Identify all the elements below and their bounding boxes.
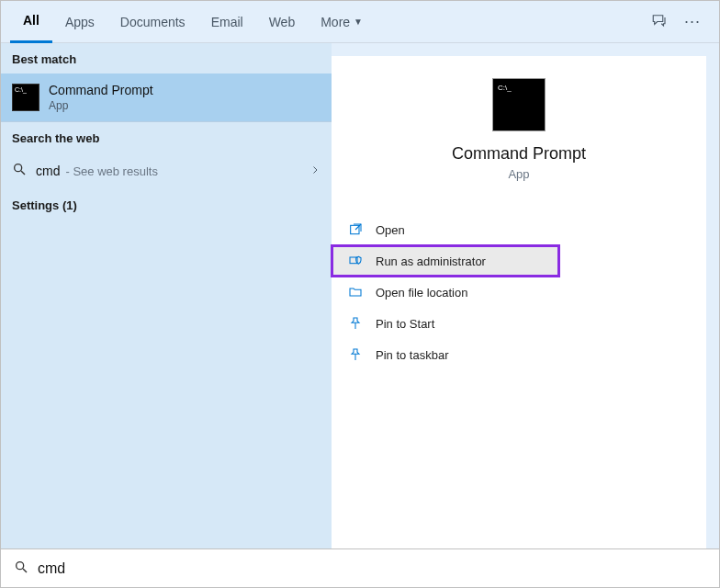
search-bar[interactable]	[1, 548, 719, 587]
search-input[interactable]	[38, 560, 706, 577]
open-icon	[348, 222, 363, 237]
svg-line-1	[21, 171, 25, 175]
web-result-query: cmd	[36, 164, 60, 178]
preview-title: Command Prompt	[452, 144, 586, 164]
results-body: Best match C:\_ Command Prompt App Searc…	[1, 43, 719, 548]
results-list: Best match C:\_ Command Prompt App Searc…	[1, 43, 332, 548]
best-match-item[interactable]: C:\_ Command Prompt App	[1, 74, 332, 121]
start-search-window: All Apps Documents Email Web More ▼ ··· …	[0, 0, 720, 588]
action-pin-to-taskbar[interactable]: Pin to taskbar	[332, 339, 706, 370]
more-options-icon[interactable]: ···	[684, 12, 701, 31]
preview-actions: Open Run as administrator Open file loca…	[332, 214, 706, 370]
section-search-web: Search the web	[1, 121, 332, 153]
tab-web[interactable]: Web	[256, 1, 309, 43]
tab-all[interactable]: All	[10, 1, 52, 43]
tab-documents[interactable]: Documents	[107, 1, 198, 43]
command-prompt-icon: C:\_	[492, 78, 546, 131]
action-open-label: Open	[376, 223, 405, 237]
svg-point-6	[17, 561, 24, 569]
tab-more-label: More	[321, 15, 350, 29]
tab-email[interactable]: Email	[198, 1, 256, 43]
web-result-hint: - See web results	[65, 164, 157, 178]
best-match-subtitle: App	[49, 99, 153, 112]
search-icon	[12, 162, 27, 180]
section-settings[interactable]: Settings (1)	[1, 189, 332, 220]
action-pin-to-start[interactable]: Pin to Start	[332, 308, 706, 339]
action-open-file-location[interactable]: Open file location	[332, 277, 706, 308]
web-result-item[interactable]: cmd - See web results	[1, 153, 332, 189]
filter-tabs: All Apps Documents Email Web More ▼ ···	[1, 1, 719, 43]
action-pin-taskbar-label: Pin to taskbar	[376, 348, 449, 362]
svg-line-7	[23, 569, 27, 572]
preview-subtitle: App	[508, 167, 529, 181]
section-best-match: Best match	[1, 43, 332, 74]
folder-icon	[348, 285, 363, 300]
tab-apps[interactable]: Apps	[52, 1, 107, 43]
preview-pane: C:\_ Command Prompt App Open Run as admi…	[332, 56, 706, 548]
best-match-title: Command Prompt	[49, 83, 153, 97]
svg-point-0	[15, 164, 22, 172]
action-open[interactable]: Open	[332, 214, 706, 245]
search-icon	[14, 560, 28, 578]
pin-icon	[348, 347, 363, 362]
action-run-as-administrator[interactable]: Run as administrator	[332, 245, 559, 277]
command-prompt-icon: C:\_	[12, 84, 39, 111]
chevron-down-icon: ▼	[354, 17, 363, 27]
action-run-admin-label: Run as administrator	[376, 254, 486, 268]
preview-pane-wrap: C:\_ Command Prompt App Open Run as admi…	[332, 43, 719, 548]
action-open-location-label: Open file location	[376, 286, 467, 300]
action-pin-start-label: Pin to Start	[376, 317, 434, 331]
tab-more[interactable]: More ▼	[308, 1, 376, 43]
admin-shield-icon	[348, 254, 363, 268]
chevron-right-icon	[309, 163, 321, 179]
feedback-icon[interactable]	[651, 12, 668, 32]
pin-icon	[348, 316, 363, 331]
